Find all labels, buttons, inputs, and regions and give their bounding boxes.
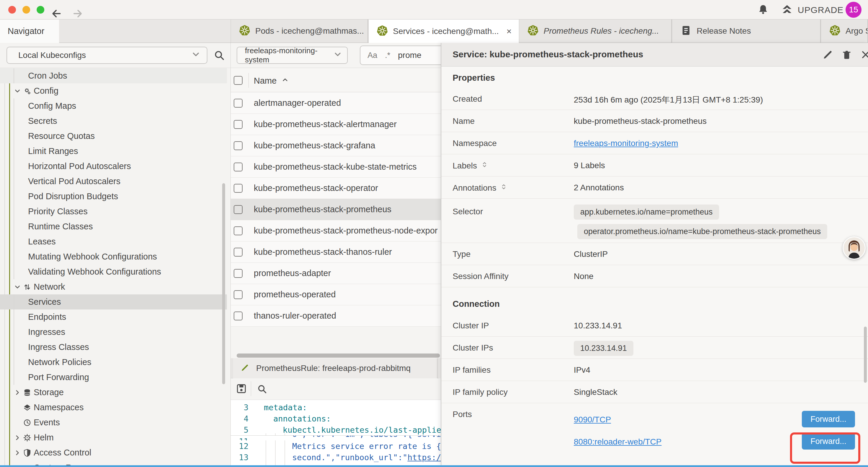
row-checkbox[interactable] bbox=[234, 269, 243, 278]
sidebar-item-validating-webhook-configurations[interactable]: Validating Webhook Configurations bbox=[0, 264, 227, 279]
chevron-down-icon[interactable] bbox=[13, 87, 21, 97]
sidebar-item-secrets[interactable]: Secrets bbox=[0, 114, 227, 128]
maximize-window-icon[interactable] bbox=[37, 6, 44, 13]
chevron-down-icon[interactable] bbox=[13, 283, 21, 293]
edit-icon[interactable] bbox=[822, 49, 834, 62]
table-row-kube-prometheus-stack-operator[interactable]: kube-prometheus-stack-operator bbox=[231, 178, 441, 199]
horizontal-scrollbar-thumb[interactable] bbox=[237, 353, 440, 358]
table-row-kube-prometheus-stack-kube-state-metrics[interactable]: kube-prometheus-stack-kube-state-metrics bbox=[231, 156, 441, 178]
table-row-thanos-ruler-operated[interactable]: thanos-ruler-operated bbox=[231, 305, 441, 327]
row-checkbox[interactable] bbox=[234, 312, 243, 320]
sidebar-item-endpoints[interactable]: Endpoints bbox=[0, 310, 227, 324]
table-row-kube-prometheus-stack-prometheus[interactable]: kube-prometheus-stack-prometheus bbox=[231, 199, 441, 220]
port-link-8080-reloader-web-tcp[interactable]: 8080:reloader-web/TCP bbox=[574, 437, 661, 447]
sidebar-search-icon[interactable] bbox=[213, 49, 225, 62]
save-icon[interactable] bbox=[236, 383, 247, 396]
expand-collapse-icon[interactable] bbox=[500, 183, 507, 193]
editor-line-13[interactable]: 13second.","runbook_url":"https://net bbox=[231, 451, 441, 463]
row-checkbox[interactable] bbox=[234, 163, 243, 171]
sidebar-item-network[interactable]: Network bbox=[0, 279, 227, 294]
close-window-icon[interactable] bbox=[8, 6, 16, 13]
table-row-kube-prometheus-stack-thanos-ruler[interactable]: kube-prometheus-stack-thanos-ruler bbox=[231, 241, 441, 263]
sidebar-item-mutating-webhook-configurations[interactable]: Mutating Webhook Configurations bbox=[0, 249, 227, 264]
sidebar-item-runtime-classes[interactable]: Runtime Classes bbox=[0, 219, 227, 234]
table-row-kube-prometheus-stack-prometheus-node-expor[interactable]: kube-prometheus-stack-prometheus-node-ex… bbox=[231, 220, 441, 241]
close-icon[interactable] bbox=[860, 49, 868, 62]
sidebar-item-custom-resources[interactable]: Custom Resources bbox=[0, 460, 227, 465]
minimize-window-icon[interactable] bbox=[23, 6, 30, 13]
editor-tab-next[interactable] bbox=[439, 358, 441, 378]
chevron-right-icon[interactable] bbox=[13, 434, 21, 444]
regex-toggle[interactable]: .* bbox=[385, 51, 390, 60]
sidebar-item-events[interactable]: Events bbox=[0, 415, 227, 430]
match-case-toggle[interactable]: Aa bbox=[368, 51, 377, 60]
table-row-prometheus-adapter[interactable]: prometheus-adapter bbox=[231, 263, 441, 284]
table-row-alertmanager-operated[interactable]: alertmanager-operated bbox=[231, 92, 441, 114]
sidebar-item-config[interactable]: Config bbox=[0, 83, 227, 98]
yaml-editor[interactable]: 3metadata:4annotations:5kubectl.kubernet… bbox=[231, 400, 441, 465]
table-row-prometheus-operated[interactable]: prometheus-operated bbox=[231, 284, 441, 305]
tab-prometheus-rules-icecheng[interactable]: Prometheus Rules - icecheng... bbox=[519, 20, 672, 42]
namespace-link[interactable]: freeleaps-monitoring-system bbox=[574, 139, 678, 148]
editor-line-5[interactable]: 5kubectl.kubernetes.io/last-applied-co bbox=[231, 424, 441, 435]
sidebar-item-vertical-pod-autoscalers[interactable]: Vertical Pod Autoscalers bbox=[0, 174, 227, 189]
sidebar-item-cron-jobs[interactable]: Cron Jobs bbox=[0, 68, 227, 83]
notifications-bell-icon[interactable] bbox=[757, 4, 769, 17]
editor-line-4[interactable]: 4annotations: bbox=[231, 413, 441, 424]
name-column-header[interactable]: Name bbox=[254, 76, 289, 86]
tab-pods-icecheng-mathmas[interactable]: Pods - icecheng@mathmas... bbox=[231, 20, 368, 42]
sidebar-item-helm[interactable]: Helm bbox=[0, 430, 227, 445]
expand-collapse-icon[interactable] bbox=[481, 161, 488, 171]
assistant-avatar[interactable] bbox=[843, 236, 866, 260]
sidebar-item-namespaces[interactable]: Namespaces bbox=[0, 400, 227, 415]
tab-release-notes[interactable]: Release Notes bbox=[673, 20, 821, 42]
delete-icon[interactable] bbox=[841, 49, 852, 62]
sidebar-item-pod-disruption-budgets[interactable]: Pod Disruption Budgets bbox=[0, 189, 227, 204]
sidebar-item-network-policies[interactable]: Network Policies bbox=[0, 355, 227, 370]
row-checkbox[interactable] bbox=[234, 205, 243, 214]
port-link-9090-tcp[interactable]: 9090/TCP bbox=[574, 415, 611, 425]
upgrade-button[interactable]: UPGRADE bbox=[780, 3, 843, 17]
chevron-right-icon[interactable] bbox=[13, 449, 21, 459]
editor-search-icon[interactable] bbox=[257, 384, 267, 396]
resource-search-input[interactable]: Aa .* prome bbox=[360, 46, 441, 65]
row-checkbox[interactable] bbox=[234, 99, 243, 108]
row-checkbox[interactable] bbox=[234, 120, 243, 129]
forward-button-1[interactable]: Forward... bbox=[802, 411, 855, 428]
row-checkbox[interactable] bbox=[234, 141, 243, 150]
sidebar-item-leases[interactable]: Leases bbox=[0, 234, 227, 249]
table-row-kube-prometheus-stack-grafana[interactable]: kube-prometheus-stack-grafana bbox=[231, 135, 441, 156]
select-all-checkbox[interactable] bbox=[234, 76, 243, 85]
detail-scrollbar[interactable] bbox=[864, 327, 867, 383]
table-row-kube-prometheus-stack-alertmanager[interactable]: kube-prometheus-stack-alertmanager bbox=[231, 114, 441, 135]
row-checkbox[interactable] bbox=[234, 226, 243, 235]
chevron-right-icon[interactable] bbox=[13, 389, 21, 399]
sidebar-item-config-maps[interactable]: Config Maps bbox=[0, 98, 227, 114]
forward-button-2[interactable]: Forward... bbox=[802, 433, 855, 449]
sidebar-item-limit-ranges[interactable]: Limit Ranges bbox=[0, 144, 227, 159]
editor-tab-prometheusrule[interactable]: PrometheusRule: freeleaps-prod-rabbitmq bbox=[233, 358, 438, 378]
editor-line-11[interactable]: 110","for": "1m","labels":{"service":" bbox=[231, 435, 441, 440]
sidebar-item-ingresses[interactable]: Ingresses bbox=[0, 324, 227, 340]
kubeconfig-dropdown[interactable]: Local Kubeconfigs bbox=[6, 47, 208, 64]
notification-count-badge[interactable]: 15 bbox=[845, 2, 862, 18]
sidebar-item-ingress-classes[interactable]: Ingress Classes bbox=[0, 340, 227, 355]
editor-line-3[interactable]: 3metadata: bbox=[231, 402, 441, 413]
tab-argo-se[interactable]: Argo Se bbox=[821, 20, 868, 42]
sidebar-item-storage[interactable]: Storage bbox=[0, 385, 227, 400]
sidebar-scrollbar[interactable] bbox=[222, 183, 225, 384]
close-tab-icon[interactable]: × bbox=[506, 26, 512, 36]
editor-line-14[interactable]: 14error rate in freeleaps metrics ser bbox=[231, 463, 441, 465]
sidebar-item-access-control[interactable]: Access Control bbox=[0, 445, 227, 460]
navigator-panel-tab[interactable]: Navigator bbox=[0, 20, 59, 43]
sidebar-item-horizontal-pod-autoscalers[interactable]: Horizontal Pod Autoscalers bbox=[0, 159, 227, 174]
sidebar-item-port-forwarding[interactable]: Port Forwarding bbox=[0, 370, 227, 385]
row-checkbox[interactable] bbox=[234, 248, 243, 257]
editor-line-12[interactable]: 12Metrics service error rate is {{ $va bbox=[231, 440, 441, 451]
sidebar-item-resource-quotas[interactable]: Resource Quotas bbox=[0, 128, 227, 144]
namespace-dropdown[interactable]: freeleaps-monitoring-system bbox=[237, 47, 348, 64]
sidebar-item-services[interactable]: Services bbox=[0, 294, 227, 310]
sidebar-item-priority-classes[interactable]: Priority Classes bbox=[0, 204, 227, 219]
tab-services-icecheng-math[interactable]: Services - icecheng@math...× bbox=[369, 20, 519, 43]
row-checkbox[interactable] bbox=[234, 290, 243, 299]
